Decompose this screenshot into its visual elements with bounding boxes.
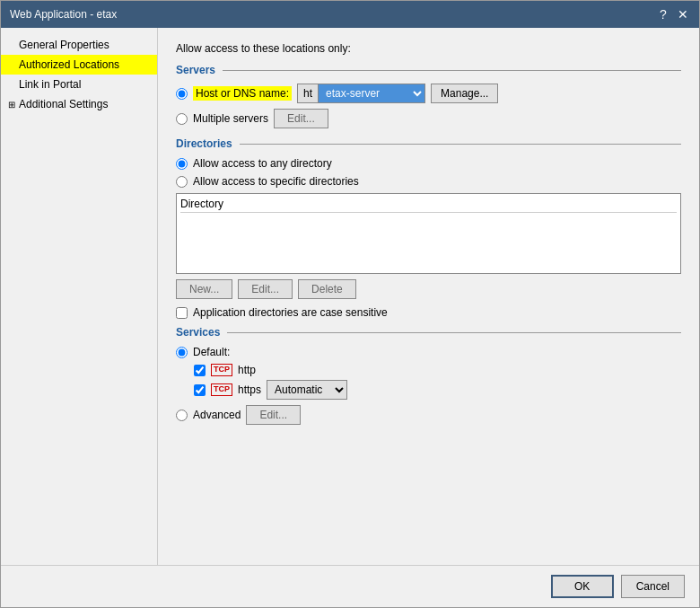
sidebar-item-label: Additional Settings [19, 98, 108, 110]
expand-icon: ⊞ [8, 100, 15, 110]
servers-section-header: Servers [176, 64, 681, 76]
host-dns-radio[interactable] [176, 88, 188, 100]
allow-specific-dir-radio[interactable] [176, 176, 188, 188]
manage-button[interactable]: Manage... [431, 84, 498, 103]
dir-delete-button[interactable]: Delete [298, 279, 356, 299]
multiple-servers-edit-button[interactable]: Edit... [274, 109, 328, 128]
dns-prefix: ht [297, 84, 318, 103]
allow-any-dir-row: Allow access to any directory [176, 157, 681, 170]
https-checkbox[interactable] [194, 384, 206, 396]
services-label: Services [176, 326, 220, 339]
title-bar: Web Application - etax ? ✕ [1, 1, 699, 28]
title-bar-controls: ? ✕ [656, 7, 690, 22]
http-tcp-badge: TCP [211, 364, 232, 376]
sidebar: General Properties Authorized Locations … [1, 28, 158, 565]
dialog-body: General Properties Authorized Locations … [1, 28, 699, 565]
services-divider [227, 332, 681, 333]
sidebar-item-authorized-locations[interactable]: Authorized Locations [1, 55, 157, 75]
http-checkbox[interactable] [194, 365, 206, 376]
cancel-button[interactable]: Cancel [621, 575, 685, 598]
dialog-web-application: Web Application - etax ? ✕ General Prope… [0, 0, 700, 608]
multiple-servers-label: Multiple servers [193, 112, 268, 125]
sidebar-item-link-in-portal[interactable]: Link in Portal [1, 75, 157, 94]
dialog-footer: OK Cancel [1, 565, 699, 607]
multiple-servers-row: Multiple servers Edit... [176, 109, 681, 128]
servers-label: Servers [176, 64, 215, 76]
advanced-radio-row: Advanced Edit... [176, 405, 681, 425]
https-service-row: TCP https AutomaticRequiredOptional [194, 380, 681, 400]
allow-any-dir-radio[interactable] [176, 158, 188, 170]
directory-col2-header [569, 198, 677, 210]
dir-new-button[interactable]: New... [176, 279, 232, 299]
allow-access-label: Allow access to these locations only: [176, 42, 681, 55]
sidebar-item-additional-settings[interactable]: ⊞ Additional Settings [1, 94, 157, 114]
multiple-servers-radio[interactable] [176, 113, 188, 125]
close-button[interactable]: ✕ [676, 7, 690, 22]
servers-divider [223, 70, 681, 71]
default-radio-row: Default: [176, 346, 681, 358]
host-dns-row: Host or DNS name: ht etax-server Manage.… [176, 84, 681, 103]
sidebar-item-label: General Properties [19, 39, 109, 51]
dns-input-group: ht etax-server [297, 84, 425, 103]
help-button[interactable]: ? [656, 7, 670, 22]
window-title: Web Application - etax [10, 8, 117, 21]
dir-edit-button[interactable]: Edit... [238, 279, 293, 299]
advanced-label: Advanced [193, 409, 241, 421]
default-label: Default: [193, 346, 230, 358]
http-service-row: TCP http [194, 364, 681, 376]
services-sub: TCP http TCP https AutomaticRequiredOpti… [194, 364, 681, 400]
directories-section-header: Directories [176, 137, 681, 150]
directory-col-header: Directory [180, 198, 569, 210]
allow-specific-dir-label: Allow access to specific directories [193, 175, 359, 188]
directory-buttons: New... Edit... Delete [176, 279, 681, 299]
https-tcp-badge: TCP [211, 383, 232, 396]
directories-divider [240, 144, 681, 145]
dns-server-select[interactable]: etax-server [318, 84, 425, 103]
http-label: http [238, 364, 256, 376]
https-label: https [238, 383, 261, 396]
directories-label: Directories [176, 137, 232, 150]
advanced-service-radio[interactable] [176, 410, 188, 421]
advanced-edit-button[interactable]: Edit... [246, 405, 301, 425]
default-service-radio[interactable] [176, 347, 188, 358]
services-section-header: Services [176, 326, 681, 339]
case-sensitive-label: Application directories are case sensiti… [193, 306, 388, 319]
host-dns-label: Host or DNS name: [193, 86, 292, 101]
sidebar-item-label: Authorized Locations [19, 58, 119, 71]
ok-button[interactable]: OK [551, 575, 614, 598]
directory-list: Directory [176, 193, 681, 274]
sidebar-item-label: Link in Portal [19, 78, 81, 91]
allow-specific-dir-row: Allow access to specific directories [176, 175, 681, 188]
content-area: Allow access to these locations only: Se… [158, 28, 699, 565]
sidebar-item-general-properties[interactable]: General Properties [1, 35, 157, 55]
directory-list-header: Directory [180, 198, 677, 213]
https-mode-select[interactable]: AutomaticRequiredOptional [267, 380, 347, 400]
case-sensitive-row: Application directories are case sensiti… [176, 306, 681, 319]
allow-any-dir-label: Allow access to any directory [193, 157, 332, 170]
case-sensitive-checkbox[interactable] [176, 307, 188, 319]
